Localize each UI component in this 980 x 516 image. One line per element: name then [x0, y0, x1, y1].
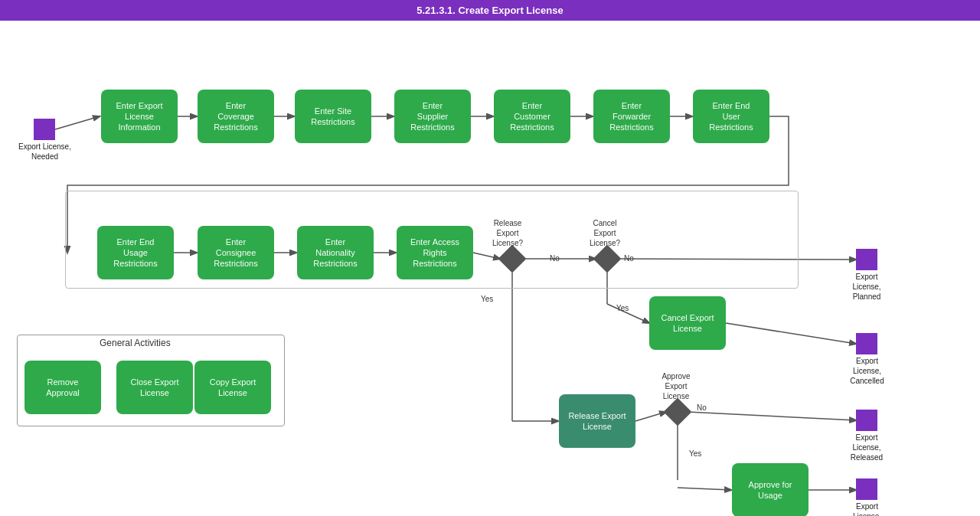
task-release-export-license[interactable]: Release ExportLicense — [559, 394, 635, 448]
state-label-released: ExportLicense,Released — [833, 433, 900, 462]
task-enter-end-usage-restrictions[interactable]: Enter EndUsageRestrictions — [97, 226, 174, 279]
task-enter-coverage-restrictions[interactable]: EnterCoverageRestrictions — [198, 90, 274, 143]
task-enter-nationality-restrictions[interactable]: EnterNationalityRestrictions — [297, 226, 374, 279]
state-export-license-released — [856, 410, 877, 431]
label-yes-1: Yes — [481, 295, 493, 303]
gateway-approve — [664, 398, 692, 426]
task-enter-supplier-restrictions[interactable]: EnterSupplierRestrictions — [394, 90, 471, 143]
state-label-approved: ExportLicense,Approved — [831, 501, 903, 516]
task-copy-export-license[interactable]: Copy ExportLicense — [194, 361, 271, 414]
svg-line-15 — [726, 323, 856, 344]
task-enter-consignee-restrictions[interactable]: EnterConsigneeRestrictions — [198, 226, 274, 279]
svg-line-21 — [678, 488, 731, 490]
state-label-planned: ExportLicense,Planned — [833, 272, 900, 302]
svg-line-12 — [617, 259, 856, 260]
task-enter-access-rights-restrictions[interactable]: Enter AccessRightsRestrictions — [397, 226, 473, 279]
task-enter-site-restrictions[interactable]: Enter SiteRestrictions — [295, 90, 371, 143]
state-label-needed: Export License,Needed — [12, 142, 77, 162]
task-enter-forwarder-restrictions[interactable]: EnterForwarderRestrictions — [593, 90, 670, 143]
label-no-1: No — [550, 254, 560, 263]
task-enter-end-user-restrictions[interactable]: Enter EndUserRestrictions — [693, 90, 769, 143]
svg-line-19 — [688, 412, 856, 420]
state-export-license-needed — [34, 119, 55, 140]
state-export-license-planned — [856, 249, 877, 270]
general-activities-title: General Activities — [100, 338, 171, 348]
svg-line-18 — [635, 412, 666, 421]
label-yes-3: Yes — [689, 449, 701, 458]
label-no-3: No — [697, 403, 707, 412]
task-close-export-license[interactable]: Close ExportLicense — [116, 361, 193, 414]
header-title: 5.21.3.1. Create Export License — [416, 5, 563, 16]
page-header: 5.21.3.1. Create Export License — [0, 0, 980, 21]
task-cancel-export-license[interactable]: Cancel ExportLicense — [649, 296, 726, 350]
state-label-cancelled: ExportLicense,Cancelled — [831, 356, 903, 386]
task-enter-export-license-info[interactable]: Enter Export License Information — [101, 90, 178, 143]
svg-line-10 — [473, 253, 500, 259]
svg-line-0 — [55, 116, 100, 129]
gateway-approve-label: ApproveExportLicense — [649, 371, 703, 401]
state-export-license-cancelled — [856, 333, 877, 354]
task-approve-for-usage[interactable]: Approve forUsage — [732, 463, 808, 516]
gateway-cancel-label: CancelExportLicense? — [578, 218, 632, 248]
label-yes-2: Yes — [616, 304, 629, 312]
gateway-release — [498, 245, 527, 273]
canvas: Enter Export License Information EnterCo… — [0, 21, 980, 512]
label-no-2: No — [624, 254, 634, 263]
task-remove-approval[interactable]: RemoveApproval — [24, 361, 101, 414]
task-enter-customer-restrictions[interactable]: EnterCustomerRestrictions — [494, 90, 570, 143]
gateway-release-label: ReleaseExportLicense? — [481, 218, 534, 248]
state-export-license-approved — [856, 478, 877, 500]
gateway-cancel — [593, 245, 622, 273]
